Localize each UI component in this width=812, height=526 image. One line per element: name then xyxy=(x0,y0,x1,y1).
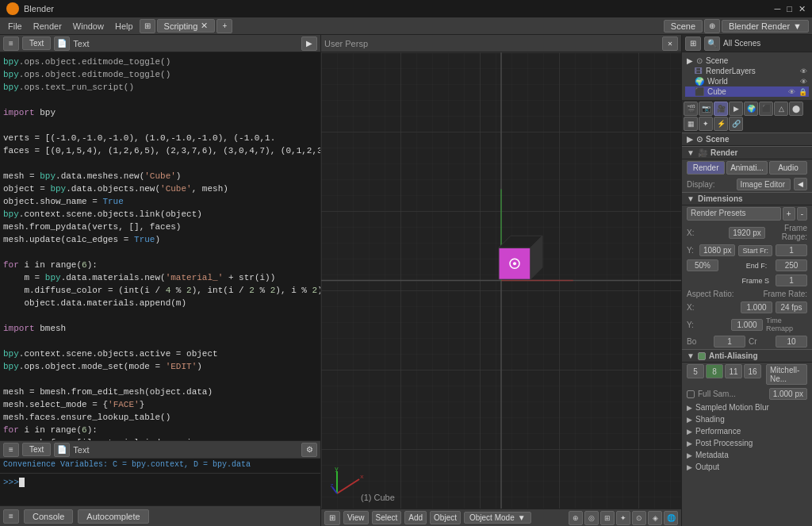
text-footer-tab[interactable]: Text xyxy=(22,443,51,456)
aa-section[interactable]: ▼ Anti-Aliasing xyxy=(682,349,812,363)
viewport-canvas[interactable]: x y z (1) Cube xyxy=(321,52,681,509)
tab-scene[interactable]: 🎬 xyxy=(684,102,698,116)
tab-constraints[interactable]: 🔗 xyxy=(729,117,743,131)
tab-material[interactable]: ⬤ xyxy=(789,102,803,116)
script-view-icon[interactable]: ≡ xyxy=(3,36,19,51)
close-button[interactable]: ✕ xyxy=(799,4,806,14)
script-content[interactable]: bpy.ops.object.editmode_toggle() bpy.ops… xyxy=(0,52,320,440)
menu-file[interactable]: File xyxy=(3,20,27,33)
vp-globe-icon[interactable]: 🌐 xyxy=(664,511,678,525)
full-sam-checkbox[interactable] xyxy=(687,390,695,398)
scripting-tab-close[interactable]: ✕ xyxy=(201,21,208,31)
performance-section[interactable]: ▶ Performance xyxy=(682,425,812,437)
scale-value[interactable]: 50% xyxy=(687,259,718,271)
vp-icon1[interactable]: ⊕ xyxy=(569,511,583,525)
render-tab-render[interactable]: Render xyxy=(687,161,725,175)
presets-remove[interactable]: - xyxy=(797,207,807,221)
tab-world[interactable]: 🌍 xyxy=(744,102,758,116)
aspect-x-value[interactable]: 1.000 xyxy=(741,301,772,313)
script-icon3[interactable]: 📄 xyxy=(54,443,70,457)
run-script-icon[interactable]: ▶ xyxy=(301,36,317,51)
outliner-icon[interactable]: ⊞ xyxy=(685,36,701,51)
display-expand-btn[interactable]: ◀ xyxy=(794,178,807,190)
menu-window[interactable]: Window xyxy=(68,20,109,33)
post-processing-section[interactable]: ▶ Post Processing xyxy=(682,437,812,449)
menu-render[interactable]: Render xyxy=(29,20,67,33)
cube-eye-icon[interactable]: 👁 xyxy=(788,88,795,96)
presets-add[interactable]: + xyxy=(783,207,795,221)
view-btn[interactable]: View xyxy=(343,511,369,524)
outliner-world[interactable]: 🌍 World 👁 xyxy=(685,76,809,86)
render-presets[interactable]: Render Presets xyxy=(687,207,781,221)
vp-icon4[interactable]: ✦ xyxy=(616,511,630,525)
vp-footer-icon[interactable]: ⊞ xyxy=(324,511,340,525)
tab-mesh[interactable]: △ xyxy=(774,102,788,116)
aa-filter[interactable]: Mitchell-Ne... xyxy=(766,364,807,385)
select-btn[interactable]: Select xyxy=(372,511,402,524)
res-y-value[interactable]: 1080 px xyxy=(699,244,736,256)
scene-icon[interactable]: ⊕ xyxy=(704,19,720,33)
tab-physics[interactable]: ⚡ xyxy=(714,117,728,131)
vp-icon5[interactable]: ⊙ xyxy=(632,511,646,525)
tab-render[interactable]: 🎥 xyxy=(714,102,728,116)
script-icon2[interactable]: 📄 xyxy=(54,36,70,51)
cr-value[interactable]: 10 xyxy=(776,336,807,347)
minimize-button[interactable]: ─ xyxy=(775,4,781,14)
layout-icon[interactable]: ⊞ xyxy=(140,19,155,33)
metadata-section[interactable]: ▶ Metadata xyxy=(682,449,812,461)
object-btn[interactable]: Object xyxy=(430,511,461,524)
outliner-search-icon[interactable]: 🔍 xyxy=(704,36,720,51)
tab-particles[interactable]: ✦ xyxy=(699,117,713,131)
frame-s-value[interactable]: 1 xyxy=(776,275,807,286)
add-btn[interactable]: Add xyxy=(404,511,427,524)
tab-object[interactable]: ⬛ xyxy=(759,102,773,116)
dimensions-section[interactable]: ▼ Dimensions xyxy=(682,192,812,205)
console-icon[interactable]: ≡ xyxy=(3,509,19,524)
autocomplete-button[interactable]: Autocomplete xyxy=(78,509,148,524)
viewport-close-btn[interactable]: ✕ xyxy=(662,36,678,51)
outliner-cube[interactable]: ⬛ Cube 👁 🔒 xyxy=(685,86,809,97)
console-input-area[interactable]: >>> xyxy=(0,473,320,490)
render-tab-anim[interactable]: Animati... xyxy=(726,161,768,175)
vp-icon3[interactable]: ⊞ xyxy=(600,511,615,525)
aspect-y-value[interactable]: 1.000 xyxy=(731,319,763,331)
end-frame-value[interactable]: 250 xyxy=(776,259,807,271)
renderlayers-eye-icon[interactable]: 👁 xyxy=(800,67,807,75)
menu-help[interactable]: Help xyxy=(110,20,138,33)
vp-icon6[interactable]: ◈ xyxy=(648,511,662,525)
text-icon[interactable]: ≡ xyxy=(3,443,19,457)
bo-value[interactable]: 1 xyxy=(714,336,745,347)
render-section[interactable]: ▼ 🎥 Render xyxy=(682,146,812,159)
add-screen-icon[interactable]: + xyxy=(216,19,232,33)
script-tab[interactable]: Text xyxy=(22,36,51,50)
object-mode-dropdown[interactable]: Object Mode ▼ xyxy=(464,512,531,524)
aa-8[interactable]: 8 xyxy=(706,364,723,378)
sampled-motion-blur-section[interactable]: ▶ Sampled Motion Blur xyxy=(682,401,812,413)
start-frame-value[interactable]: Start Fr: xyxy=(738,245,772,256)
world-eye-icon[interactable]: 👁 xyxy=(800,78,807,86)
tab-anim[interactable]: ▶ xyxy=(729,102,743,116)
maximize-button[interactable]: □ xyxy=(787,4,792,14)
scene-selector[interactable]: Scene xyxy=(664,20,703,33)
scripting-tab[interactable]: Scripting ✕ xyxy=(157,19,216,33)
output-section[interactable]: ▶ Output xyxy=(682,461,812,473)
vp-icon2[interactable]: ◎ xyxy=(584,511,599,525)
cube-lock-icon[interactable]: 🔒 xyxy=(799,88,807,96)
aa-checkbox[interactable] xyxy=(698,352,706,360)
tab-render-settings[interactable]: 📷 xyxy=(699,102,713,116)
render-engine-selector[interactable]: Blender Render ▼ xyxy=(722,20,809,33)
full-sam-value[interactable]: 1.000 px xyxy=(769,388,807,400)
outliner-scene[interactable]: ▶ ⊙ Scene xyxy=(685,56,809,66)
start-frame-num[interactable]: 1 xyxy=(776,244,807,256)
fps-value[interactable]: 24 fps xyxy=(776,301,807,313)
aa-16[interactable]: 16 xyxy=(744,364,761,378)
outliner-renderlayers[interactable]: 🎞 RenderLayers 👁 xyxy=(685,66,809,76)
console-button[interactable]: Console xyxy=(24,509,73,524)
res-x-value[interactable]: 1920 px xyxy=(729,227,765,239)
aa-11[interactable]: 11 xyxy=(725,364,742,378)
display-value[interactable]: Image Editor xyxy=(737,179,791,190)
tab-texture[interactable]: ▦ xyxy=(684,117,698,131)
aa-5[interactable]: 5 xyxy=(687,364,704,378)
script-settings-icon[interactable]: ⚙ xyxy=(301,443,317,457)
shading-section[interactable]: ▶ Shading xyxy=(682,413,812,425)
